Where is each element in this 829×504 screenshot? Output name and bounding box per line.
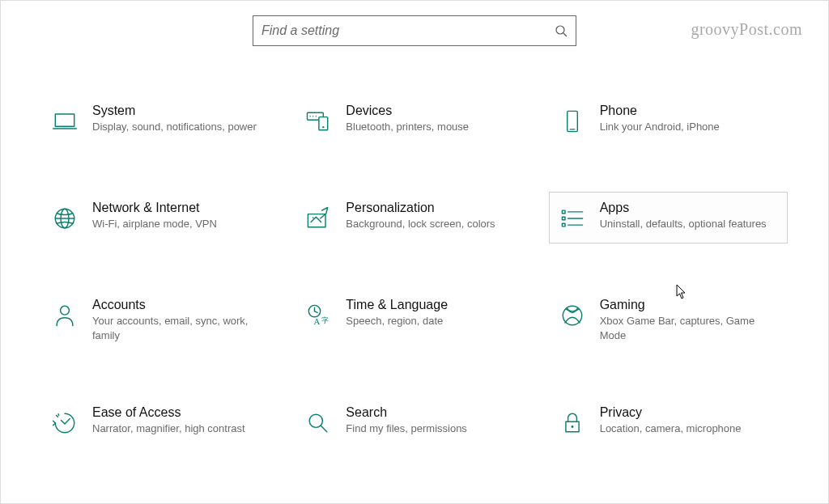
lock-icon [555, 407, 590, 439]
tile-text: SystemDisplay, sound, notifications, pow… [92, 104, 268, 134]
tile-title: Devices [346, 104, 521, 118]
settings-tile-phone[interactable]: PhoneLink your Android, iPhone [549, 95, 788, 146]
svg-line-1 [563, 33, 567, 36]
svg-point-35 [571, 426, 573, 428]
tile-text: Ease of AccessNarrator, magnifier, high … [92, 405, 268, 436]
tile-description: Uninstall, defaults, optional features [600, 217, 776, 231]
tile-title: Ease of Access [92, 405, 268, 420]
person-icon [47, 299, 83, 332]
settings-tile-system[interactable]: SystemDisplay, sound, notifications, pow… [41, 95, 280, 146]
svg-rect-2 [55, 114, 74, 126]
svg-line-31 [58, 413, 59, 416]
search-icon [555, 24, 568, 37]
tile-text: PhoneLink your Android, iPhone [600, 104, 776, 134]
phone-icon [555, 105, 590, 138]
tile-title: Gaming [600, 298, 776, 312]
tile-title: Phone [600, 104, 776, 118]
tile-text: Time & LanguageSpeech, region, date [346, 298, 521, 328]
svg-rect-5 [319, 117, 328, 130]
svg-rect-21 [562, 223, 565, 227]
tile-title: Time & Language [346, 298, 521, 312]
svg-rect-10 [567, 111, 577, 131]
svg-point-8 [312, 116, 313, 116]
svg-line-30 [56, 415, 58, 417]
svg-rect-17 [562, 210, 565, 214]
tile-title: Network & Internet [92, 201, 268, 215]
tile-description: Speech, region, date [346, 314, 521, 328]
tile-text: PrivacyLocation, camera, microphone [600, 405, 776, 436]
tile-text: GamingXbox Game Bar, captures, Game Mode [600, 298, 776, 342]
svg-point-9 [316, 116, 317, 116]
settings-tile-time[interactable]: A字Time & LanguageSpeech, region, date [295, 289, 534, 351]
svg-point-7 [310, 116, 311, 116]
tile-text: SearchFind my files, permissions [346, 405, 521, 436]
tile-title: System [92, 104, 268, 118]
tile-text: AppsUninstall, defaults, optional featur… [600, 201, 776, 231]
settings-tile-ease[interactable]: Ease of AccessNarrator, magnifier, high … [41, 396, 280, 448]
laptop-icon [47, 105, 83, 138]
svg-text:A: A [314, 316, 321, 326]
tile-title: Search [346, 405, 521, 420]
globe-icon [47, 202, 83, 235]
tile-description: Wi-Fi, airplane mode, VPN [92, 217, 268, 231]
tile-description: Bluetooth, printers, mouse [346, 120, 521, 134]
svg-line-33 [321, 426, 327, 432]
tile-text: DevicesBluetooth, printers, mouse [346, 104, 521, 134]
tile-description: Link your Android, iPhone [600, 120, 776, 134]
devices-icon [300, 105, 336, 138]
settings-tile-devices[interactable]: DevicesBluetooth, printers, mouse [295, 95, 534, 146]
settings-grid: SystemDisplay, sound, notifications, pow… [1, 46, 828, 464]
svg-point-23 [61, 306, 70, 315]
paint-icon [300, 202, 336, 235]
svg-rect-19 [562, 217, 565, 220]
settings-tile-search[interactable]: SearchFind my files, permissions [295, 396, 534, 448]
svg-point-0 [556, 26, 564, 34]
tile-description: Narrator, magnifier, high contrast [92, 421, 268, 436]
search-input[interactable] [261, 23, 555, 38]
settings-tile-personalization[interactable]: PersonalizationBackground, lock screen, … [295, 192, 534, 244]
tile-description: Find my files, permissions [346, 421, 521, 436]
settings-tile-gaming[interactable]: GamingXbox Game Bar, captures, Game Mode [549, 289, 788, 351]
tile-title: Personalization [346, 201, 521, 215]
tile-description: Location, camera, microphone [600, 421, 776, 436]
tile-text: AccountsYour accounts, email, sync, work… [92, 298, 268, 342]
apps-icon [555, 202, 590, 235]
settings-tile-accounts[interactable]: AccountsYour accounts, email, sync, work… [41, 289, 280, 351]
tile-description: Your accounts, email, sync, work, family [92, 314, 268, 342]
tile-text: PersonalizationBackground, lock screen, … [346, 201, 521, 231]
tile-description: Background, lock screen, colors [346, 217, 521, 231]
svg-text:字: 字 [321, 316, 329, 324]
tile-title: Apps [600, 201, 776, 215]
tile-title: Privacy [600, 405, 776, 420]
tile-title: Accounts [92, 298, 268, 312]
settings-tile-apps[interactable]: AppsUninstall, defaults, optional featur… [549, 192, 788, 244]
search-tile-icon [300, 407, 336, 439]
time-lang-icon: A字 [300, 299, 336, 332]
tile-text: Network & InternetWi-Fi, airplane mode, … [92, 201, 268, 231]
ease-icon [47, 407, 83, 439]
svg-point-16 [312, 217, 314, 218]
search-box[interactable] [253, 15, 576, 46]
xbox-icon [555, 299, 590, 332]
svg-point-32 [310, 414, 323, 427]
watermark-text: groovyPost.com [691, 20, 802, 39]
tile-description: Xbox Game Bar, captures, Game Mode [600, 314, 776, 342]
settings-tile-privacy[interactable]: PrivacyLocation, camera, microphone [549, 396, 788, 448]
svg-line-26 [315, 311, 318, 313]
tile-description: Display, sound, notifications, power [92, 120, 268, 134]
settings-tile-network[interactable]: Network & InternetWi-Fi, airplane mode, … [41, 192, 280, 244]
svg-point-6 [322, 126, 324, 128]
